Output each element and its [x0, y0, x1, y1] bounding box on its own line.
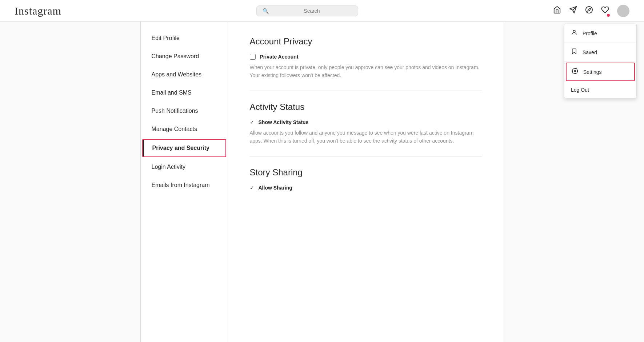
- home-icon[interactable]: [553, 6, 561, 16]
- saved-icon: [571, 48, 577, 56]
- activity-status-desc: Allow accounts you follow and anyone you…: [250, 129, 482, 145]
- header-icons: [553, 5, 629, 17]
- checkmark-icon-2: ✓: [250, 185, 254, 191]
- profile-icon: [571, 29, 577, 37]
- avatar[interactable]: [617, 5, 629, 17]
- checkmark-icon: ✓: [250, 119, 254, 125]
- divider-2: [250, 156, 482, 156]
- content-area: Account Privacy Private Account When you…: [228, 22, 504, 342]
- sidebar-item-apps-websites[interactable]: Apps and Websites: [141, 65, 228, 84]
- account-privacy-section: Account Privacy Private Account When you…: [250, 36, 482, 80]
- activity-status-row: ✓ Show Activity Status: [250, 119, 482, 125]
- dropdown-saved[interactable]: Saved: [564, 43, 636, 62]
- notification-dot: [607, 14, 610, 17]
- divider-1: [250, 91, 482, 91]
- story-sharing-section: Story Sharing ✓ Allow Sharing: [250, 167, 482, 191]
- search-bar[interactable]: 🔍: [256, 5, 358, 16]
- notifications-icon[interactable]: [601, 6, 609, 16]
- sidebar-item-manage-contacts[interactable]: Manage Contacts: [141, 120, 228, 138]
- sidebar-item-edit-profile[interactable]: Edit Profile: [141, 29, 228, 47]
- explore-icon[interactable]: [585, 6, 593, 16]
- account-privacy-title: Account Privacy: [250, 36, 482, 47]
- story-sharing-title: Story Sharing: [250, 167, 482, 178]
- svg-point-2: [586, 6, 592, 13]
- svg-point-5: [574, 70, 576, 72]
- main-container: Edit Profile Change Password Apps and We…: [140, 22, 504, 342]
- activity-status-label: Show Activity Status: [259, 119, 309, 125]
- sidebar-item-email-sms[interactable]: Email and SMS: [141, 84, 228, 102]
- dropdown-logout[interactable]: Log Out: [564, 82, 636, 98]
- send-icon[interactable]: [569, 6, 577, 16]
- sidebar: Edit Profile Change Password Apps and We…: [141, 22, 228, 342]
- header: Instagram 🔍: [0, 0, 644, 22]
- activity-status-title: Activity Status: [250, 102, 482, 112]
- allow-sharing-label: Allow Sharing: [259, 185, 292, 191]
- activity-status-section: Activity Status ✓ Show Activity Status A…: [250, 102, 482, 145]
- search-icon: 🔍: [263, 8, 269, 14]
- private-account-desc: When your account is private, only peopl…: [250, 63, 482, 80]
- allow-sharing-row: ✓ Allow Sharing: [250, 185, 482, 191]
- active-bar: [143, 140, 144, 156]
- sidebar-item-push-notifications[interactable]: Push Notifications: [141, 102, 228, 120]
- sidebar-item-emails-instagram[interactable]: Emails from Instagram: [141, 176, 228, 194]
- svg-marker-3: [588, 8, 591, 11]
- sidebar-item-change-password[interactable]: Change Password: [141, 47, 228, 65]
- private-account-checkbox[interactable]: [250, 54, 256, 60]
- search-input[interactable]: [272, 8, 352, 14]
- svg-point-4: [573, 30, 575, 32]
- dropdown-profile[interactable]: Profile: [564, 24, 636, 43]
- private-account-label[interactable]: Private Account: [260, 54, 299, 60]
- dropdown-menu: Profile Saved Settings Log Out: [564, 24, 637, 98]
- sidebar-item-login-activity[interactable]: Login Activity: [141, 158, 228, 176]
- private-account-row: Private Account: [250, 54, 482, 60]
- sidebar-item-privacy-security[interactable]: Privacy and Security: [142, 139, 226, 157]
- logo: Instagram: [15, 5, 61, 17]
- dropdown-settings[interactable]: Settings: [566, 63, 635, 81]
- settings-icon: [572, 68, 578, 76]
